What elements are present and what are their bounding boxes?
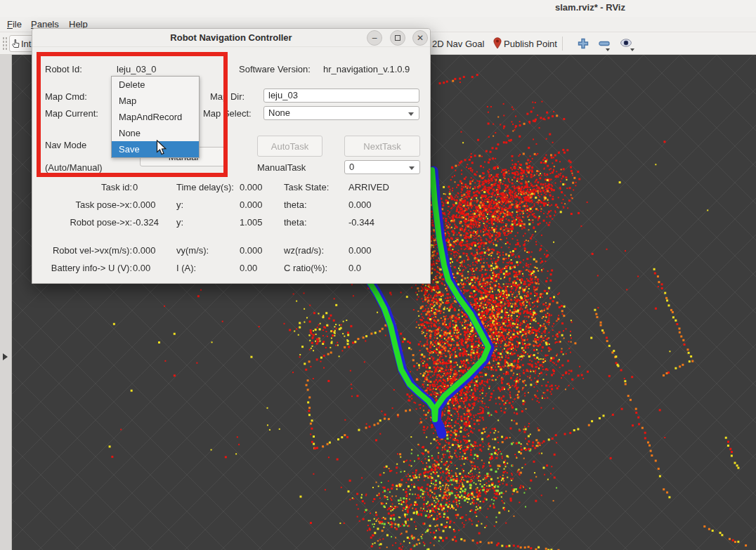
stats-label: vy(m/s): (176, 245, 209, 256)
publish-point-pin-icon (493, 37, 502, 49)
dialog-close-button[interactable]: ✕ (412, 30, 428, 46)
map-dir-label: Map Dir: (210, 91, 245, 102)
dialog-minimize-button[interactable]: – (367, 30, 382, 46)
manualtask-combobox[interactable]: 0 (344, 160, 420, 174)
stats-label: Time delay(s): (176, 182, 234, 192)
minus-dropdown-arrow-icon[interactable] (606, 48, 610, 51)
stats-row: Task id:0Time delay(s):0.000Task State:A… (32, 182, 431, 195)
stats-label: y: (176, 217, 183, 228)
stats-value: 0.0 (348, 263, 361, 273)
publish-point-tool-button[interactable]: Publish Point (504, 39, 557, 49)
stats-value: -0.344 (348, 217, 374, 228)
eye-icon[interactable] (620, 38, 632, 48)
stats-row: Robot vel->vx(m/s):0.000vy(m/s):0.000wz(… (32, 245, 431, 258)
interact-tool-label: Int (21, 39, 31, 49)
map-select-combobox[interactable]: None (263, 106, 419, 120)
dropdown-item-mapandrecord[interactable]: MapAndRecord (112, 109, 199, 125)
stats-value: 0.000 (133, 199, 156, 210)
stats-label: Robot pose->x: (45, 217, 132, 228)
stats-label: wz(rad/s): (284, 245, 324, 256)
stats-label: I (A): (176, 263, 196, 273)
nav-mode-label: Nav Mode (45, 140, 86, 150)
stats-label: Task State: (284, 182, 329, 192)
os-titlebar: slam.rviz* - RViz (0, 0, 756, 17)
hand-pointer-icon (11, 39, 20, 48)
nav-goal-tool-button[interactable]: 2D Nav Goal (432, 39, 484, 49)
panel-expander-icon[interactable] (3, 353, 8, 360)
autotask-button[interactable]: AutoTask (257, 136, 322, 157)
zoom-in-plus-icon[interactable] (578, 38, 589, 49)
stats-value: 0.000 (348, 199, 372, 210)
nav-mode-sub-label: (Auto/Manual) (45, 162, 103, 173)
stats-label: Task id: (45, 182, 132, 192)
eye-dropdown-arrow-icon[interactable] (630, 48, 634, 51)
stats-value: 0.000 (240, 245, 263, 256)
dropdown-item-save[interactable]: Save (112, 141, 199, 157)
map-cmd-dropdown: DeleteMapMapAndRecordNoneSave (111, 76, 200, 158)
map-dir-input[interactable]: leju_03 (263, 89, 419, 103)
stats-label: theta: (284, 217, 307, 228)
stats-value: 0 (133, 182, 138, 192)
stats-value: 0.000 (348, 245, 372, 256)
stats-label: theta: (284, 199, 307, 210)
combo-arrow-icon (408, 112, 414, 116)
robot-id-label: Robot Id: (45, 64, 82, 74)
stats-row: Robot pose->x:-0.324y:1.005theta:-0.344 (32, 217, 431, 230)
manualtask-label: ManualTask (257, 162, 306, 173)
toolbar-grip-handle[interactable] (2, 37, 8, 51)
stats-value: 0.000 (133, 245, 156, 256)
stats-value: ARRIVED (348, 182, 389, 192)
dropdown-item-map[interactable]: Map (112, 93, 199, 109)
menu-file[interactable]: File (7, 19, 22, 30)
stats-label: Task pose->x: (45, 199, 132, 210)
map-cmd-label: Map Cmd: (45, 91, 87, 102)
stats-label: C ratio(%): (284, 263, 327, 273)
dropdown-item-delete[interactable]: Delete (112, 77, 199, 93)
software-version-value: hr_navigation_v.1.0.9 (323, 64, 410, 74)
toolbar-separator (562, 37, 563, 51)
stats-value: 1.005 (240, 217, 263, 228)
window-title: slam.rviz* - RViz (555, 2, 625, 13)
stats-value: -0.324 (133, 217, 159, 228)
stats-value: 0.00 (240, 263, 257, 273)
stats-label: Battery info-> U (V): (45, 263, 132, 273)
stats-value: 0.000 (240, 182, 263, 192)
collapsed-panel-strip (0, 55, 12, 550)
zoom-out-minus-icon[interactable] (599, 41, 610, 46)
software-version-label: Software Version: (239, 64, 311, 74)
stats-label: y: (176, 199, 183, 210)
robot-id-value: leju_03_0 (117, 64, 156, 74)
map-select-label: Map Select: (203, 108, 252, 119)
stats-value: 0.00 (133, 263, 150, 273)
nexttask-button[interactable]: NextTask (344, 136, 420, 157)
rviz-window: slam.rviz* - RViz File Panels Help Int 2… (0, 0, 756, 550)
dropdown-item-none[interactable]: None (112, 125, 199, 141)
dialog-titlebar[interactable]: Robot Navigation Controller – ✕ (32, 29, 430, 47)
robot-navigation-controller-dialog: Robot Navigation Controller – ✕ Robot Id… (32, 28, 431, 284)
stats-value: 0.000 (240, 199, 263, 210)
stats-row: Task pose->x:0.000y:0.000theta:0.000 (32, 199, 431, 212)
combo-arrow-icon (409, 166, 415, 170)
stats-row: Battery info-> U (V):0.00I (A):0.00C rat… (32, 263, 431, 275)
dialog-maximize-button[interactable] (390, 30, 405, 46)
map-current-label: Map Current: (45, 108, 98, 119)
stats-label: Robot vel->vx(m/s): (45, 245, 132, 256)
